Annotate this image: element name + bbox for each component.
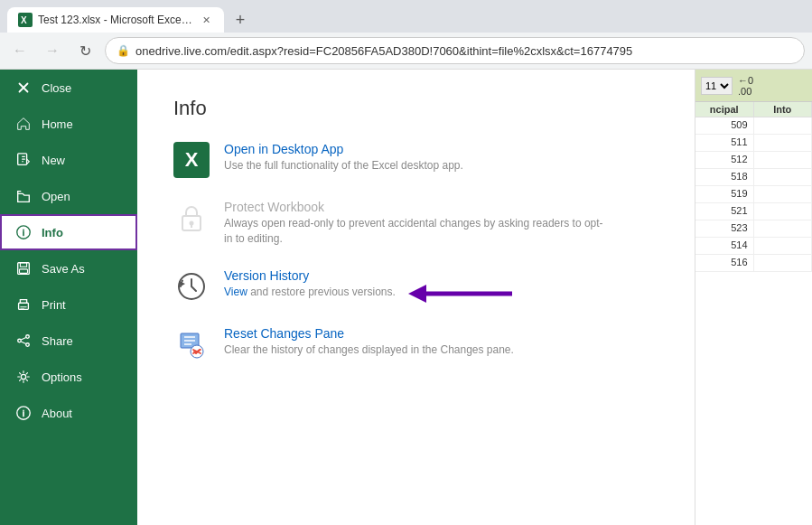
close-icon [14, 79, 33, 97]
cell-row8-col2: - [754, 238, 813, 254]
tab-favicon: X [18, 13, 33, 27]
svg-point-14 [190, 221, 194, 226]
info-item-reset-changes: Reset Changes Pane Clear the history of … [173, 326, 658, 362]
browser-chrome: X Test 123.xlsx - Microsoft Excel On ✕ +… [0, 0, 812, 70]
svg-point-10 [18, 339, 22, 342]
cell-row1-col1[interactable]: 509 [695, 117, 754, 134]
tab-close-button[interactable]: ✕ [199, 13, 213, 27]
new-icon [14, 151, 33, 169]
sidebar-label-info: Info [42, 226, 63, 239]
sidebar-item-info[interactable]: Info [0, 214, 137, 250]
about-icon [14, 404, 33, 422]
cell-row3-col1[interactable]: 512 [695, 152, 754, 168]
font-size-select[interactable]: 11 [701, 77, 733, 95]
options-icon [14, 368, 33, 386]
sidebar-item-about[interactable]: About [0, 395, 137, 431]
reload-button[interactable]: ↻ [72, 38, 98, 63]
open-desktop-text: Open in Desktop App Use the full functio… [224, 142, 463, 173]
sidebar-label-print: Print [42, 298, 66, 312]
page-title: Info [173, 97, 658, 120]
view-restore-link[interactable]: View [224, 286, 247, 298]
info-item-protect-workbook: Protect Workbook Always open read-only t… [173, 200, 658, 247]
active-tab[interactable]: X Test 123.xlsx - Microsoft Excel On ✕ [7, 7, 224, 33]
table-row: 523 - [695, 220, 812, 238]
sidebar-item-open[interactable]: Open [0, 178, 137, 214]
info-item-version-history: Version History View and restore previou… [173, 268, 658, 305]
tab-bar: X Test 123.xlsx - Microsoft Excel On ✕ + [0, 0, 812, 33]
sidebar-item-share[interactable]: Share [0, 323, 137, 359]
url-text: onedrive.live.com/edit.aspx?resid=FC2085… [135, 44, 632, 58]
open-icon [14, 187, 33, 205]
sidebar-item-new[interactable]: New [0, 142, 137, 178]
cell-row2-col2: - [754, 135, 813, 151]
cell-row2-col1[interactable]: 511 [695, 135, 754, 151]
table-row: 516 - [695, 255, 812, 272]
cell-row7-col1[interactable]: 523 [695, 220, 754, 237]
svg-text:X: X [21, 15, 27, 25]
address-bar: ← → ↻ 🔒 onedrive.live.com/edit.aspx?resi… [0, 33, 812, 69]
sidebar-item-close[interactable]: Close [0, 70, 137, 106]
sidebar: Close Home New Open Info [0, 70, 137, 525]
sidebar-item-home[interactable]: Home [0, 106, 137, 142]
excel-desktop-icon: X [173, 142, 210, 178]
table-row: 519 - [695, 186, 812, 203]
sheet-toolbar-top: 11 ←0.00 [695, 70, 812, 102]
url-bar[interactable]: 🔒 onedrive.live.com/edit.aspx?resid=FC20… [105, 37, 805, 64]
sidebar-label-about: About [42, 407, 72, 420]
sheet-column-headers: ncipal Into [695, 102, 812, 117]
cell-row4-col1[interactable]: 518 [695, 169, 754, 185]
svg-point-8 [26, 335, 30, 339]
main-content: Info X Open in Desktop App Use the full … [137, 70, 695, 525]
decimal-indicator: ←0.00 [738, 75, 753, 97]
share-icon [14, 332, 33, 350]
cell-row9-col1[interactable]: 516 [695, 255, 754, 271]
reset-changes-text: Reset Changes Pane Clear the history of … [224, 326, 514, 358]
protect-workbook-desc: Always open read-only to prevent acciden… [224, 216, 603, 247]
sidebar-label-options: Options [42, 370, 82, 384]
cell-row1-col2: - [754, 117, 813, 134]
sidebar-item-options[interactable]: Options [0, 359, 137, 395]
info-item-open-desktop: X Open in Desktop App Use the full funct… [173, 142, 658, 178]
arrow-annotation [372, 276, 517, 312]
cell-row5-col2: - [754, 186, 813, 202]
table-row: 512 - [695, 152, 812, 169]
cell-row7-col2: - [754, 220, 813, 237]
table-row: 518 - [695, 169, 812, 186]
svg-rect-7 [19, 303, 29, 309]
table-row: 514 - [695, 238, 812, 255]
version-history-title[interactable]: Version History [224, 268, 396, 283]
forward-button[interactable]: → [40, 38, 65, 63]
svg-marker-17 [408, 285, 426, 303]
cell-row4-col2: - [754, 169, 813, 185]
cell-row6-col1[interactable]: 521 [695, 203, 754, 220]
open-desktop-title[interactable]: Open in Desktop App [224, 142, 463, 156]
spreadsheet-preview: 11 ←0.00 ncipal Into 509 - 511 - 512 - 5… [695, 70, 812, 525]
reset-changes-desc: Clear the history of changes displayed i… [224, 342, 514, 358]
sidebar-item-print[interactable]: Print [0, 286, 137, 323]
reset-changes-icon [173, 326, 210, 362]
print-icon [14, 295, 33, 314]
reset-changes-title[interactable]: Reset Changes Pane [224, 326, 514, 341]
lock-icon: 🔒 [117, 44, 130, 57]
protect-icon [173, 200, 210, 236]
sidebar-label-home: Home [42, 117, 73, 131]
back-button[interactable]: ← [7, 38, 33, 63]
col-header-ncipal: ncipal [695, 102, 754, 117]
save-as-icon [14, 259, 33, 277]
table-row: 511 - [695, 135, 812, 152]
svg-point-9 [26, 343, 30, 347]
new-tab-button[interactable]: + [228, 7, 253, 33]
cell-row6-col2: - [754, 203, 813, 220]
sidebar-label-share: Share [42, 334, 73, 348]
home-icon [14, 115, 33, 133]
sheet-rows: 509 - 511 - 512 - 518 - 519 - 521 - [695, 117, 812, 272]
protect-workbook-title: Protect Workbook [224, 200, 603, 214]
cell-row5-col1[interactable]: 519 [695, 186, 754, 202]
table-row: 509 - [695, 117, 812, 135]
sidebar-item-save-as[interactable]: Save As [0, 250, 137, 286]
info-icon [14, 223, 33, 241]
svg-rect-6 [20, 269, 28, 274]
table-row: 521 - [695, 203, 812, 220]
cell-row8-col1[interactable]: 514 [695, 238, 754, 254]
sidebar-label-save-as: Save As [42, 262, 85, 276]
